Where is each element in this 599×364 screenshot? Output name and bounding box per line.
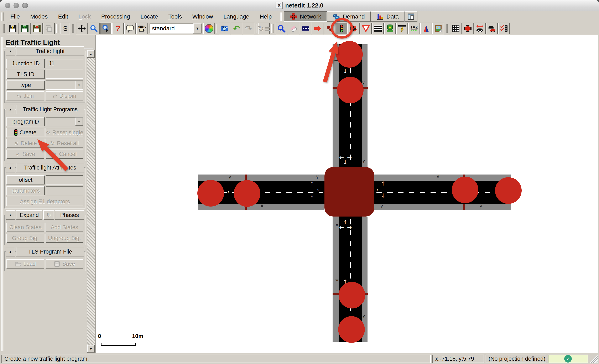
menu-item-tools[interactable]: Tools <box>163 12 187 21</box>
junction-id-field[interactable]: J1 <box>46 59 83 68</box>
view-scheme-combo[interactable]: ▼ <box>150 24 202 34</box>
toggle-grid-button[interactable] <box>450 23 461 34</box>
save-plus-button[interactable] <box>19 23 31 34</box>
type-combo[interactable]: ▼ <box>46 80 83 90</box>
help-button[interactable]: ? <box>112 23 124 34</box>
s-grid-button[interactable]: S <box>61 23 70 34</box>
message-window-button[interactable]: ! <box>124 23 136 34</box>
black-red-arrows-icon <box>350 24 358 33</box>
type-label-button[interactable]: type <box>7 80 45 90</box>
mode-button-inspect[interactable] <box>276 23 287 34</box>
mode-button-additional[interactable]: H <box>384 23 396 34</box>
undo-button[interactable]: ↶ <box>231 23 242 34</box>
tls-id-label-button[interactable]: TLS ID <box>7 70 45 79</box>
menu-item-file[interactable]: File <box>5 12 25 21</box>
junction-bubble[interactable] <box>338 316 365 343</box>
junction-bubble[interactable] <box>452 177 478 203</box>
junction-id-label-button[interactable]: Junction ID <box>7 59 45 68</box>
scroll-up-button[interactable]: ▲ <box>87 50 95 58</box>
mode-button-zebra[interactable] <box>372 23 384 34</box>
program-id-combo[interactable]: ▼ <box>46 117 83 126</box>
resize-grip[interactable] <box>590 355 598 363</box>
save-sumo-config-button[interactable] <box>31 23 43 34</box>
junction-bubble[interactable] <box>336 41 363 68</box>
toolbar-grip[interactable] <box>56 24 59 33</box>
frame-grip[interactable] <box>1 37 4 351</box>
toolbar-grip[interactable] <box>1 12 4 21</box>
lane-line <box>377 192 509 193</box>
mode-button-decal[interactable] <box>432 23 444 34</box>
toggle-vehicles-button[interactable] <box>486 23 498 34</box>
toggle-frames-button[interactable] <box>405 11 417 22</box>
menu-item-locate[interactable]: Locate <box>135 12 163 21</box>
collapse-button[interactable]: ▲ <box>6 46 15 56</box>
mode-button-traffic-light[interactable] <box>336 23 348 34</box>
offset-field[interactable] <box>46 175 83 185</box>
combo-dropdown-arrow[interactable]: ▼ <box>193 24 202 34</box>
supermode-demand-button[interactable]: Demand <box>327 11 371 22</box>
scroll-track[interactable] <box>87 58 95 345</box>
mode-button-prohibition[interactable] <box>324 23 335 34</box>
mode-button-delete[interactable] <box>288 23 299 34</box>
type-dropdown-arrow[interactable]: ▼ <box>75 81 83 89</box>
toolbar-grip[interactable] <box>271 24 274 33</box>
collapse-button[interactable]: ▲ <box>6 163 15 172</box>
toggle-car-geometry-button[interactable] <box>474 23 486 34</box>
toolbar-grip[interactable] <box>3 24 5 33</box>
menu-popup-button[interactable]: MENU <box>136 23 148 34</box>
two-cars-icon <box>488 24 496 33</box>
mode-button-connection[interactable] <box>312 23 323 34</box>
menu-item-help[interactable]: Help <box>255 12 277 21</box>
mode-button-road[interactable] <box>300 23 311 34</box>
speech-bubble-icon: ! <box>126 24 134 33</box>
tls-id-field[interactable] <box>46 70 83 79</box>
edit-scheme-button[interactable] <box>203 23 215 34</box>
junction-bubble[interactable] <box>337 77 364 103</box>
toolbar-grip[interactable] <box>72 24 74 33</box>
lane-arrow: ← <box>227 189 232 195</box>
window-zoom-button[interactable] <box>22 3 28 8</box>
window-close-button[interactable] <box>5 3 10 8</box>
mode-button-taz[interactable]: TAZ <box>408 23 420 34</box>
expand-button[interactable]: Expand <box>16 210 43 220</box>
menu-item-processing[interactable]: Processing <box>96 12 135 21</box>
collapse-button[interactable]: ▲ <box>6 105 15 114</box>
mode-button-crossing[interactable] <box>348 23 360 34</box>
save-network-button[interactable] <box>7 23 18 34</box>
sidebar-scrollbar[interactable]: ▲ ▼ <box>87 50 95 353</box>
screenshot-button[interactable] <box>219 23 230 34</box>
zoom-button[interactable] <box>88 23 100 34</box>
toggle-tls-checklist-button[interactable] <box>498 23 510 34</box>
supermode-network-button[interactable]: Network <box>284 11 327 22</box>
program-dropdown-arrow[interactable]: ▼ <box>75 117 83 126</box>
menu-item-language[interactable]: Language <box>218 12 255 21</box>
junction-j1[interactable] <box>325 167 374 217</box>
collapse-button[interactable]: ▲ <box>6 247 15 257</box>
junction-bubble[interactable] <box>339 282 365 309</box>
svg-text:H: H <box>388 25 391 30</box>
junction-bubble[interactable] <box>234 180 260 207</box>
mode-button-wire[interactable] <box>396 23 408 34</box>
zoom-cursor-button[interactable] <box>100 23 112 34</box>
mode-button-yield[interactable] <box>360 23 372 34</box>
junction-bubble[interactable] <box>495 177 522 204</box>
scroll-down-button[interactable]: ▼ <box>87 345 95 353</box>
view-scheme-input[interactable] <box>150 24 193 34</box>
toolbar-grip[interactable] <box>446 24 448 33</box>
menu-item-modes[interactable]: Modes <box>25 12 53 21</box>
toolbar-grip[interactable] <box>280 12 283 21</box>
mode-button-shape[interactable] <box>420 23 432 34</box>
move-view-button[interactable] <box>76 23 88 34</box>
program-id-label-button[interactable]: programID <box>7 117 45 126</box>
collapse-button[interactable]: ▲ <box>6 210 15 220</box>
supermode-data-button[interactable]: Data <box>371 11 405 22</box>
menu-item-edit[interactable]: Edit <box>53 12 73 21</box>
network-canvas[interactable]: ← → ↓ ↑ ← → ↑ ↓ → ↑ ↓ ← ↓ ↑ ← ← ↠ y ¥ y … <box>96 35 598 353</box>
separator <box>217 24 217 33</box>
junction-bubble[interactable] <box>197 180 224 206</box>
window-minimize-button[interactable] <box>14 3 19 8</box>
create-program-button[interactable]: Create <box>7 128 44 137</box>
offset-label-button[interactable]: offset <box>7 175 45 185</box>
toggle-junction-shape-button[interactable] <box>462 23 474 34</box>
menu-item-window[interactable]: Window <box>187 12 218 21</box>
